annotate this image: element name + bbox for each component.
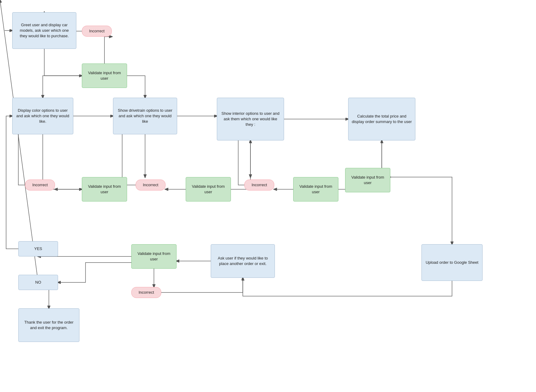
incorrect-another-label: Incorrect	[139, 290, 154, 295]
greet-label: Greet user and display car models, ask u…	[16, 22, 73, 39]
incorrect-interior-label: Incorrect	[252, 182, 267, 188]
show-interior-label: Show interior options to user and ask th…	[220, 111, 281, 128]
validate-color-label: Validate input from user	[85, 184, 124, 195]
validate1-label: Validate input from user	[85, 70, 124, 81]
show-interior-node: Show interior options to user and ask th…	[217, 98, 284, 140]
arrows-layer	[0, 0, 536, 392]
incorrect-color-node: Incorrect	[25, 180, 55, 191]
incorrect-drive-label: Incorrect	[143, 182, 159, 188]
yes-label: YES	[34, 246, 42, 252]
display-color-label: Display color options to user and ask wh…	[16, 108, 70, 125]
thank-user-node: Thank the user for the order and exit th…	[18, 308, 79, 342]
incorrect-drive-node: Incorrect	[136, 180, 166, 191]
no-label: NO	[35, 280, 41, 285]
incorrect-color-label: Incorrect	[32, 182, 48, 188]
validate-interior-label: Validate input from user	[297, 184, 335, 195]
incorrect1-label: Incorrect	[89, 28, 105, 34]
validate-final-label: Validate input from user	[348, 175, 387, 186]
show-drivetrain-label: Show drivetrain options to user and ask …	[116, 108, 174, 125]
validate1-node: Validate input from user	[82, 64, 127, 88]
calc-price-node: Calculate the total price and display or…	[348, 98, 415, 140]
ask-another-node: Ask user if they would like to place ano…	[211, 244, 275, 278]
validate-another-label: Validate input from user	[135, 251, 173, 262]
validate-color-node: Validate input from user	[82, 177, 127, 201]
display-color-node: Display color options to user and ask wh…	[12, 98, 73, 134]
no-node: NO	[18, 275, 58, 290]
thank-user-label: Thank the user for the order and exit th…	[22, 320, 76, 331]
show-drivetrain-node: Show drivetrain options to user and ask …	[113, 98, 177, 134]
greet-node: Greet user and display car models, ask u…	[12, 12, 76, 49]
flowchart: Greet user and display car models, ask u…	[0, 0, 536, 392]
validate-drive-node: Validate input from user	[186, 177, 231, 201]
validate-final-node: Validate input from user	[345, 168, 390, 192]
validate-interior-node: Validate input from user	[293, 177, 338, 201]
incorrect1-node: Incorrect	[82, 26, 112, 37]
yes-node: YES	[18, 241, 58, 256]
incorrect-another-node: Incorrect	[131, 287, 161, 298]
upload-order-label: Upload order to Google Sheet	[426, 260, 479, 265]
calc-price-label: Calculate the total price and display or…	[352, 114, 412, 125]
validate-drive-label: Validate input from user	[189, 184, 228, 195]
ask-another-label: Ask user if they would like to place ano…	[214, 256, 272, 267]
validate-another-node: Validate input from user	[131, 244, 177, 269]
upload-order-node: Upload order to Google Sheet	[421, 244, 483, 281]
incorrect-interior-node: Incorrect	[244, 180, 274, 191]
